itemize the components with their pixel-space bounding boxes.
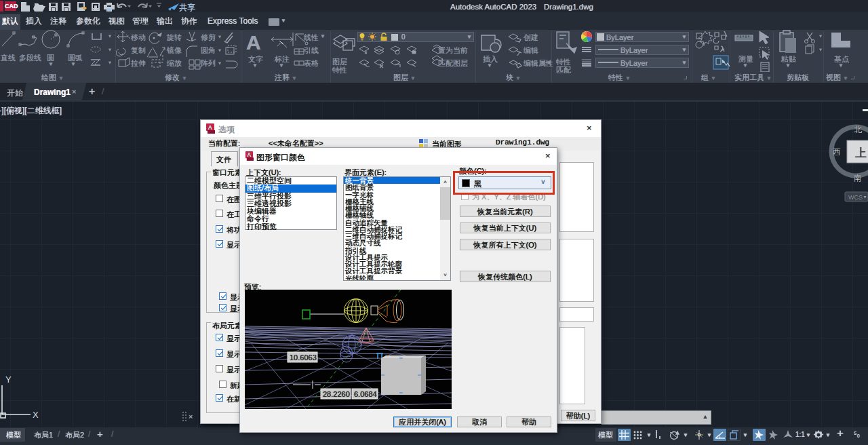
svg-text:10.6063: 10.6063 <box>290 353 317 362</box>
svg-text:WCS: WCS <box>848 194 863 201</box>
svg-text:X: X <box>33 410 39 420</box>
svg-text:▼: ▼ <box>863 195 867 199</box>
svg-text:Y: Y <box>5 374 12 385</box>
svg-text:南: 南 <box>854 173 862 182</box>
svg-text:A: A <box>208 124 213 131</box>
svg-text:▼: ▼ <box>818 33 823 39</box>
svg-text:▼: ▼ <box>818 47 823 53</box>
svg-text:▼: ▼ <box>107 60 113 66</box>
svg-text:▼: ▼ <box>217 60 222 66</box>
svg-text:上: 上 <box>855 147 867 159</box>
svg-text:A: A <box>247 151 251 158</box>
svg-text:▼: ▼ <box>107 47 113 53</box>
svg-text:6.0684: 6.0684 <box>354 390 377 398</box>
svg-text:28.2260: 28.2260 <box>323 390 350 398</box>
svg-text:西: 西 <box>833 147 841 157</box>
svg-text:北: 北 <box>854 125 862 134</box>
svg-text:▼: ▼ <box>217 47 222 54</box>
svg-text:▼: ▼ <box>217 34 222 40</box>
svg-text:▼: ▼ <box>107 33 113 39</box>
